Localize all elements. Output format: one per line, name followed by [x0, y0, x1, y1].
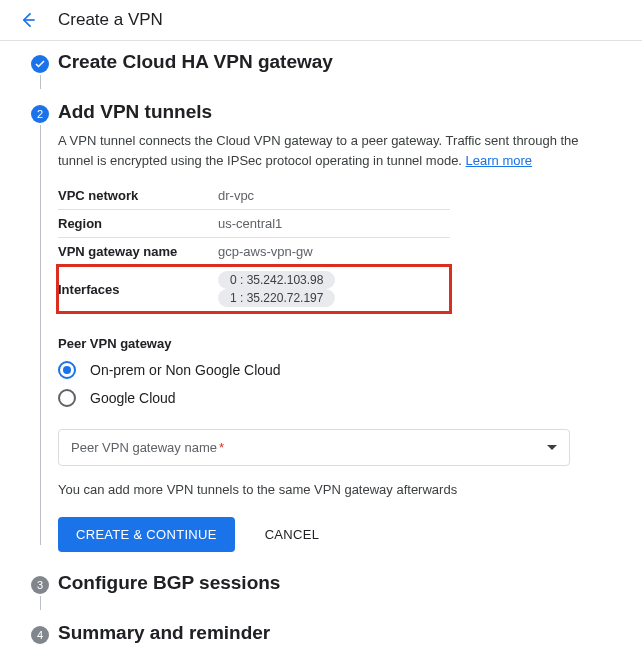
- interfaces-label: Interfaces: [58, 266, 218, 313]
- interface-0-chip: 0 : 35.242.103.98: [218, 271, 335, 289]
- chevron-down-icon: [547, 445, 557, 450]
- step2-badge: 2: [31, 105, 49, 123]
- learn-more-link[interactable]: Learn more: [466, 153, 532, 168]
- gateway-info-table: VPC network dr-vpc Region us-central1 VP…: [58, 182, 450, 312]
- step3-title: Configure BGP sessions: [58, 572, 620, 594]
- step4-title: Summary and reminder: [58, 622, 620, 644]
- action-buttons: CREATE & CONTINUE CANCEL: [58, 517, 620, 552]
- peer-gateway-name-select[interactable]: Peer VPN gateway name*: [58, 429, 570, 466]
- vpn-gw-value: gcp-aws-vpn-gw: [218, 238, 450, 266]
- radio-google-cloud[interactable]: Google Cloud: [58, 389, 620, 407]
- stepper: Create Cloud HA VPN gateway 2 Add VPN tu…: [0, 41, 642, 662]
- region-label: Region: [58, 210, 218, 238]
- page-header: Create a VPN: [0, 0, 642, 41]
- page-title: Create a VPN: [58, 10, 163, 30]
- required-asterisk: *: [219, 440, 224, 455]
- vpc-network-label: VPC network: [58, 182, 218, 210]
- step3-badge: 3: [31, 576, 49, 594]
- interfaces-value: 0 : 35.242.103.98 1 : 35.220.72.197: [218, 266, 450, 313]
- vpn-gateway-name-row: VPN gateway name gcp-aws-vpn-gw: [58, 238, 450, 266]
- back-arrow-icon[interactable]: [18, 10, 38, 30]
- radio-icon: [58, 389, 76, 407]
- radio-onprem[interactable]: On-prem or Non Google Cloud: [58, 361, 620, 379]
- step4-badge: 4: [31, 626, 49, 644]
- vpc-network-value: dr-vpc: [218, 182, 450, 210]
- step2-title: Add VPN tunnels: [58, 101, 620, 123]
- interface-1-chip: 1 : 35.220.72.197: [218, 289, 335, 307]
- peer-gateway-section-label: Peer VPN gateway: [58, 336, 620, 351]
- interfaces-row: Interfaces 0 : 35.242.103.98 1 : 35.220.…: [58, 266, 450, 313]
- select-placeholder-text: Peer VPN gateway name: [71, 440, 217, 455]
- step1-check-icon: [31, 55, 49, 73]
- create-continue-button[interactable]: CREATE & CONTINUE: [58, 517, 235, 552]
- vpn-gw-label: VPN gateway name: [58, 238, 218, 266]
- step-configure-bgp: 3 Configure BGP sessions: [22, 572, 620, 622]
- cancel-button[interactable]: CANCEL: [259, 526, 326, 543]
- region-row: Region us-central1: [58, 210, 450, 238]
- helper-text: You can add more VPN tunnels to the same…: [58, 482, 620, 497]
- radio-onprem-label: On-prem or Non Google Cloud: [90, 362, 281, 378]
- step2-description: A VPN tunnel connects the Cloud VPN gate…: [58, 131, 598, 170]
- step-add-tunnels: 2 Add VPN tunnels A VPN tunnel connects …: [22, 101, 620, 572]
- step-create-gateway: Create Cloud HA VPN gateway: [22, 51, 620, 101]
- radio-google-label: Google Cloud: [90, 390, 176, 406]
- region-value: us-central1: [218, 210, 450, 238]
- step1-title: Create Cloud HA VPN gateway: [58, 51, 620, 73]
- step-summary: 4 Summary and reminder: [22, 622, 620, 652]
- vpc-network-row: VPC network dr-vpc: [58, 182, 450, 210]
- radio-icon: [58, 361, 76, 379]
